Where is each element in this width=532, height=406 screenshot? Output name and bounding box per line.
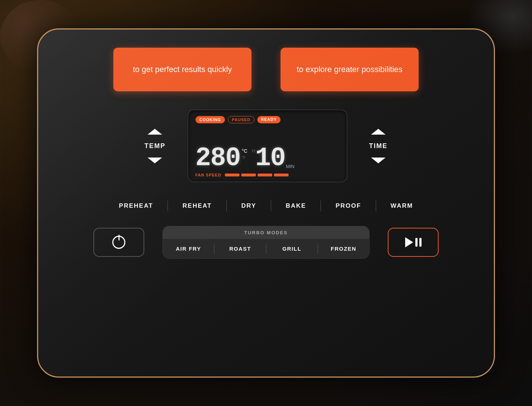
status-badges: COOKING PAUSED READY	[196, 116, 339, 123]
quick-results-label: to get perfect results quickly	[126, 64, 239, 75]
turbo-mode-frozen[interactable]: FROZEN	[318, 239, 369, 258]
play-icon	[405, 237, 413, 247]
explore-possibilities-button[interactable]: to explore greater possibilities	[281, 48, 419, 91]
time-control: TIME	[369, 126, 388, 166]
mode-reheat[interactable]: REHEAT	[168, 202, 226, 210]
temp-up-button[interactable]	[146, 126, 164, 137]
mode-dry[interactable]: DRY	[227, 202, 271, 210]
temp-label: TEMP	[144, 142, 165, 150]
power-button[interactable]	[93, 228, 144, 257]
lcd-time-value: 10	[255, 145, 285, 171]
turbo-mode-airfry[interactable]: AIR FRY	[163, 239, 214, 258]
explore-possibilities-label: to explore greater possibilities	[289, 64, 410, 75]
fan-speed-bars	[225, 174, 289, 176]
lcd-display: COOKING PAUSED READY 280 °C °F H 10 MIN	[188, 110, 347, 182]
fan-speed-section: FAN SPEED	[196, 173, 339, 177]
top-buttons-row: to get perfect results quickly to explor…	[60, 48, 472, 91]
lcd-temp-unit: °C	[242, 148, 247, 154]
lcd-min-label: MIN	[286, 164, 295, 169]
time-down-button[interactable]	[369, 155, 387, 166]
mode-preheat[interactable]: PREHEAT	[104, 202, 168, 210]
lcd-temp-unit-sub: °F	[242, 155, 247, 160]
modes-row: PREHEAT REHEAT DRY BAKE PROOF WARM	[60, 200, 472, 211]
turbo-mode-roast[interactable]: ROAST	[214, 239, 266, 258]
badge-cooking: COOKING	[196, 116, 225, 123]
main-panel: to get perfect results quickly to explor…	[37, 28, 495, 378]
lcd-time: H 10 MIN	[251, 145, 295, 171]
fan-bar-1	[225, 174, 239, 176]
play-pause-button[interactable]	[388, 228, 439, 257]
badge-paused: PAUSED	[228, 116, 254, 123]
temp-down-button[interactable]	[146, 155, 164, 166]
fan-bar-3	[258, 174, 272, 176]
turbo-mode-grill[interactable]: GRILL	[266, 239, 318, 258]
badge-ready: READY	[257, 116, 281, 123]
temp-control: TEMP	[144, 126, 165, 166]
fan-bar-2	[241, 174, 256, 176]
quick-results-button[interactable]: to get perfect results quickly	[113, 48, 251, 91]
lcd-temperature-value: 280	[196, 145, 241, 171]
lcd-temp: 280 °C °F	[196, 145, 247, 171]
display-section: TEMP COOKING PAUSED READY 280 °C °F H	[60, 110, 472, 182]
turbo-section: TURBO MODES AIR FRY ROAST GRILL FROZEN	[60, 226, 472, 259]
mode-warm[interactable]: WARM	[376, 202, 428, 210]
turbo-header: TURBO MODES	[163, 226, 369, 239]
lcd-hour-label: H	[252, 148, 255, 154]
mode-bake[interactable]: BAKE	[271, 202, 321, 210]
mode-proof[interactable]: PROOF	[321, 202, 375, 210]
time-label: TIME	[369, 142, 388, 150]
lcd-values: 280 °C °F H 10 MIN	[196, 126, 339, 171]
fan-speed-label: FAN SPEED	[196, 173, 221, 177]
pause-icon	[415, 238, 422, 247]
time-up-button[interactable]	[369, 126, 387, 137]
turbo-modes: AIR FRY ROAST GRILL FROZEN	[163, 239, 369, 258]
fan-bar-4	[274, 174, 289, 176]
power-icon	[112, 236, 125, 249]
turbo-panel: TURBO MODES AIR FRY ROAST GRILL FROZEN	[162, 226, 370, 259]
